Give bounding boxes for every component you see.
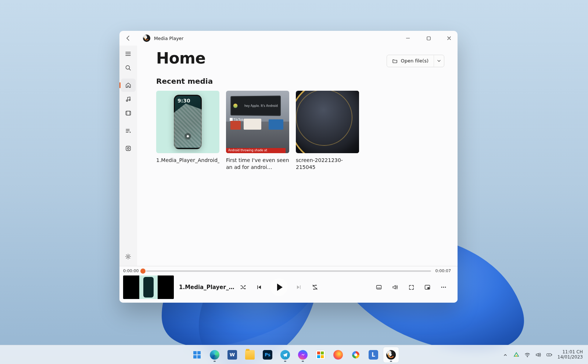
playback-bar: 0:00:00 0:00:07 1.Media_Player_… <box>119 266 458 303</box>
media-title: screen-20221230-215045 <box>296 157 359 171</box>
tray-wifi-icon[interactable] <box>524 352 530 358</box>
fullscreen-button[interactable] <box>404 280 419 295</box>
taskbar-edge[interactable] <box>207 347 222 363</box>
more-options-button[interactable] <box>436 280 451 295</box>
time-total: 0:00:07 <box>435 269 451 273</box>
tray-volume-icon[interactable] <box>535 352 541 358</box>
media-thumbnail <box>296 91 359 153</box>
open-file-dropdown[interactable] <box>434 55 444 67</box>
svg-rect-14 <box>193 351 197 354</box>
page-title: Home <box>156 49 205 67</box>
svg-point-18 <box>527 356 528 357</box>
svg-point-6 <box>127 148 129 149</box>
taskbar-media-player[interactable] <box>383 347 399 363</box>
repeat-off-button[interactable] <box>308 280 322 295</box>
search-button[interactable] <box>121 61 136 74</box>
sidebar <box>119 46 137 266</box>
media-card[interactable]: hey Apple. It's Android TikTok Android t… <box>226 91 289 171</box>
tray-date: 14/01/2023 <box>557 355 583 360</box>
tray-overflow-icon[interactable] <box>502 352 508 358</box>
recent-media-gallery: 9:30 1.Media_Player_Android_13 hey Apple… <box>156 91 444 171</box>
svg-rect-20 <box>551 354 552 355</box>
taskbar-clock[interactable]: 11:01 CH 14/01/2023 <box>557 350 583 360</box>
taskbar-telegram[interactable] <box>277 347 293 363</box>
volume-button[interactable] <box>388 280 402 295</box>
taskbar-app-l[interactable]: L <box>366 347 381 363</box>
now-playing-title: 1.Media_Player_… <box>179 284 234 291</box>
media-player-window: Media Player <box>119 31 458 303</box>
main-pane: Home Open file(s) Recent media <box>137 46 458 266</box>
taskbar-photos[interactable] <box>348 347 363 363</box>
taskbar: W Ps <box>0 345 588 364</box>
taskbar-photoshop[interactable]: Ps <box>260 347 275 363</box>
mini-player-button[interactable] <box>420 280 435 295</box>
time-elapsed: 0:00:00 <box>123 269 139 273</box>
section-recent-media: Recent media <box>156 77 444 86</box>
taskbar-messenger[interactable] <box>295 347 311 363</box>
svg-point-1 <box>126 65 130 69</box>
app-logo-icon <box>143 35 150 42</box>
play-button[interactable] <box>270 278 288 296</box>
tray-time: 11:01 CH <box>557 350 583 355</box>
media-card[interactable]: screen-20221230-215045 <box>296 91 359 171</box>
window-close-button[interactable] <box>441 31 458 46</box>
media-title: 1.Media_Player_Android_13 <box>156 157 219 164</box>
svg-rect-17 <box>197 355 201 358</box>
taskbar-word[interactable]: W <box>225 347 240 363</box>
media-card[interactable]: 9:30 1.Media_Player_Android_13 <box>156 91 219 171</box>
titlebar: Media Player <box>119 31 458 46</box>
svg-rect-4 <box>126 111 130 115</box>
nav-home[interactable] <box>121 79 136 92</box>
system-tray: 11:01 CH 14/01/2023 <box>502 350 588 360</box>
svg-rect-0 <box>427 37 430 40</box>
nav-discs[interactable] <box>121 142 136 155</box>
taskbar-center: W Ps <box>189 347 399 363</box>
svg-rect-10 <box>427 287 430 289</box>
back-button[interactable] <box>119 31 137 46</box>
open-file-split-button: Open file(s) <box>387 55 444 67</box>
window-maximize-button[interactable] <box>420 31 437 46</box>
nav-playlists[interactable] <box>121 124 136 137</box>
svg-rect-5 <box>126 146 130 151</box>
next-track-button[interactable] <box>291 280 306 295</box>
shuffle-button[interactable] <box>236 280 250 295</box>
svg-point-11 <box>441 287 442 288</box>
seek-slider[interactable] <box>143 270 431 272</box>
svg-point-13 <box>445 287 446 288</box>
tray-drive-icon[interactable] <box>513 352 519 358</box>
media-thumbnail: hey Apple. It's Android TikTok Android t… <box>226 91 289 153</box>
open-file-button[interactable]: Open file(s) <box>387 55 434 67</box>
svg-point-7 <box>127 256 129 257</box>
thumbnail-clock: 9:30 <box>178 98 190 104</box>
settings-button[interactable] <box>121 250 136 263</box>
captions-button[interactable] <box>372 280 386 295</box>
window-minimize-button[interactable] <box>399 31 416 46</box>
hamburger-menu-button[interactable] <box>121 47 136 60</box>
previous-track-button[interactable] <box>252 280 266 295</box>
nav-music[interactable] <box>121 93 136 106</box>
taskbar-start-button[interactable] <box>189 347 205 363</box>
svg-point-2 <box>126 100 128 101</box>
taskbar-store[interactable] <box>313 347 328 363</box>
media-thumbnail: 9:30 <box>156 91 219 153</box>
folder-open-icon <box>392 58 398 64</box>
now-playing-thumbnail[interactable] <box>123 275 174 299</box>
svg-rect-15 <box>197 351 201 354</box>
nav-video[interactable] <box>121 107 136 120</box>
open-file-label: Open file(s) <box>401 58 429 64</box>
taskbar-firefox[interactable] <box>330 347 346 363</box>
svg-point-3 <box>129 99 130 101</box>
caption-banner: Android throwing shade at <box>226 148 286 153</box>
tray-battery-icon[interactable] <box>546 352 552 358</box>
taskbar-explorer[interactable] <box>242 347 258 363</box>
svg-point-12 <box>443 287 444 288</box>
app-title: Media Player <box>154 36 183 41</box>
media-title: First time I've even seen an ad for andr… <box>226 157 289 171</box>
svg-rect-8 <box>377 285 381 289</box>
svg-rect-16 <box>193 355 197 358</box>
